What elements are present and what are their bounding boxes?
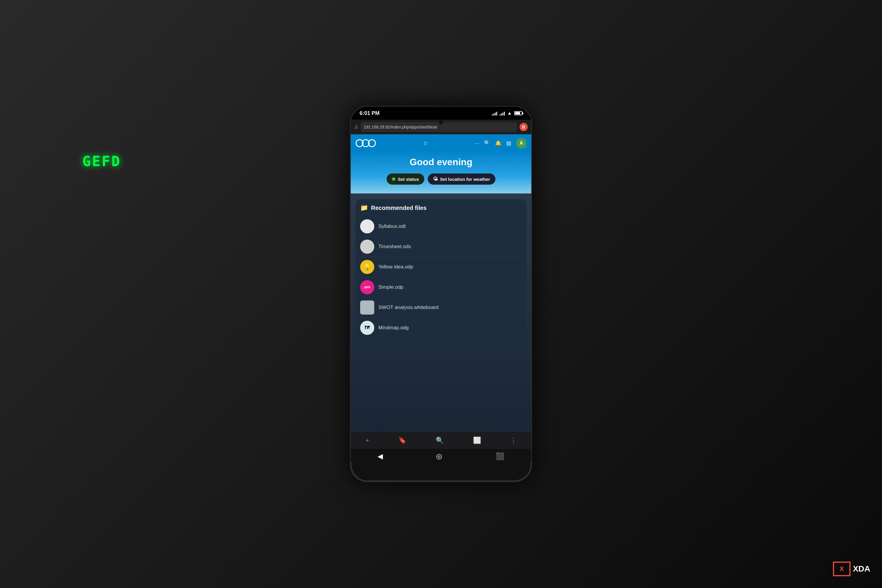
signal-bar: [504, 112, 505, 116]
file-thumb-whiteboard: [360, 300, 374, 315]
nc-logo-svg: [356, 139, 376, 147]
signal-bars-1: [492, 111, 497, 116]
file-item[interactable]: Timesheet.ods: [360, 237, 522, 257]
battery-fill: [515, 112, 520, 114]
nav-home-button[interactable]: ◎: [436, 452, 442, 460]
nav-bookmarks-button[interactable]: 🔖: [398, 436, 406, 444]
phone-device: 6:01 PM ▲: [350, 106, 532, 482]
nc-search-icon[interactable]: 🔍: [484, 140, 490, 146]
xda-box-letter: X: [840, 565, 844, 573]
set-status-button[interactable]: Set status: [387, 174, 424, 184]
xda-text: XDA: [853, 564, 870, 574]
file-name: Simple.odp: [378, 284, 404, 290]
set-status-label: Set status: [398, 177, 419, 182]
tabs-icon: ⬜: [473, 436, 481, 444]
nc-nav: ○ ··· 🔍 🔔 ▤ A: [356, 138, 526, 148]
file-thumb-odp-yellow: 💡: [360, 260, 374, 274]
file-thumb-ods: [360, 240, 374, 254]
browser-url-text: 192.168.29.92/index.php/apps/dashboar: [364, 124, 438, 129]
more-icon: ⋮: [510, 436, 516, 444]
nav-back-button[interactable]: ◀: [378, 452, 383, 460]
bookmark-icon: 🔖: [398, 436, 406, 444]
nav-more-button[interactable]: ⋮: [510, 436, 516, 444]
phone-screen: 6:01 PM ▲: [351, 107, 531, 464]
set-weather-button[interactable]: 🌤 Set location for weather: [428, 174, 495, 184]
status-time: 6:01 PM: [360, 110, 380, 116]
signal-bar: [502, 112, 503, 116]
file-item[interactable]: pptx Simple.odp: [360, 277, 522, 297]
search-icon: 🔍: [436, 436, 444, 444]
nc-header: ○ ··· 🔍 🔔 ▤ A: [351, 134, 531, 151]
status-icons: ▲: [492, 111, 522, 116]
signal-bar: [501, 114, 502, 116]
system-nav: ◀ ◎ ⬛: [351, 449, 531, 464]
xda-logo: X XDA: [833, 561, 870, 576]
signal-bar: [496, 112, 497, 116]
file-name: SWOT analysis.whiteboard: [378, 304, 439, 310]
signal-bar: [494, 114, 494, 116]
file-item[interactable]: SWOT analysis.whiteboard: [360, 297, 522, 318]
nav-tabs-button[interactable]: ⬜: [473, 436, 481, 444]
status-bar: 6:01 PM ▲: [351, 107, 531, 120]
geforce-label: GEFD: [82, 153, 121, 170]
signal-bar: [495, 112, 496, 116]
brave-shield-icon[interactable]: B: [519, 123, 528, 131]
signal-bar: [500, 114, 500, 116]
file-name: Syllabus.odt: [378, 224, 406, 230]
nc-greeting-section: Good evening Set status 🌤 Set location f…: [351, 151, 531, 194]
nc-content-area: 📁 Recommended files Syllabus.odt Timeshe…: [351, 194, 531, 431]
file-name: Mindmap.odg: [378, 325, 409, 331]
file-item[interactable]: Syllabus.odt: [360, 216, 522, 237]
nc-bell-icon[interactable]: 🔔: [495, 140, 502, 146]
rec-files-title: Recommended files: [371, 205, 427, 212]
set-weather-label: Set location for weather: [440, 177, 490, 182]
xda-box: X: [833, 561, 850, 576]
file-thumb-odg: 🗺: [360, 321, 374, 335]
nc-avatar-online-dot: [524, 146, 526, 148]
file-item[interactable]: 💡 Yellow idea.odp: [360, 257, 522, 277]
file-name: Timesheet.ods: [378, 244, 411, 250]
file-thumb-odt: [360, 219, 374, 233]
nc-logo[interactable]: [356, 139, 376, 147]
phone-wrapper: 6:01 PM ▲: [350, 106, 532, 482]
greeting-buttons: Set status 🌤 Set location for weather: [356, 174, 526, 184]
browser-warning-icon: ⚠: [354, 124, 358, 130]
nc-avatar[interactable]: A: [516, 138, 526, 148]
nc-app-icon[interactable]: ○: [423, 140, 427, 147]
folder-icon: 📁: [360, 204, 368, 212]
nav-recents-button[interactable]: ⬛: [496, 452, 504, 460]
add-icon: +: [366, 436, 369, 444]
nc-more-icon[interactable]: ···: [475, 140, 479, 146]
file-name: Yellow idea.odp: [378, 264, 413, 270]
recommended-files-card: 📁 Recommended files Syllabus.odt Timeshe…: [356, 200, 526, 342]
signal-bars-2: [500, 111, 505, 116]
rec-files-header: 📁 Recommended files: [360, 204, 522, 212]
bottom-nav: + 🔖 🔍 ⬜ ⋮: [351, 431, 531, 449]
nextcloud-app: ○ ··· 🔍 🔔 ▤ A: [351, 134, 531, 449]
nav-add-button[interactable]: +: [366, 436, 369, 444]
file-item[interactable]: 🗺 Mindmap.odg: [360, 318, 522, 338]
nc-avatar-letter: A: [519, 141, 523, 146]
file-thumb-odp-pink: pptx: [360, 280, 374, 294]
camera-notch: [439, 120, 443, 124]
brave-shield-letter: B: [522, 124, 525, 129]
nc-grid-icon[interactable]: ▤: [506, 140, 511, 146]
battery-icon: [514, 111, 522, 115]
weather-sun-icon: 🌤: [433, 176, 438, 182]
wifi-icon: ▲: [507, 111, 512, 116]
status-dot-icon: [392, 177, 395, 181]
signal-bar: [492, 114, 493, 116]
greeting-title: Good evening: [356, 157, 526, 168]
nc-nav-icons: ··· 🔍 🔔 ▤ A: [475, 138, 526, 148]
nav-search-button[interactable]: 🔍: [436, 436, 444, 444]
